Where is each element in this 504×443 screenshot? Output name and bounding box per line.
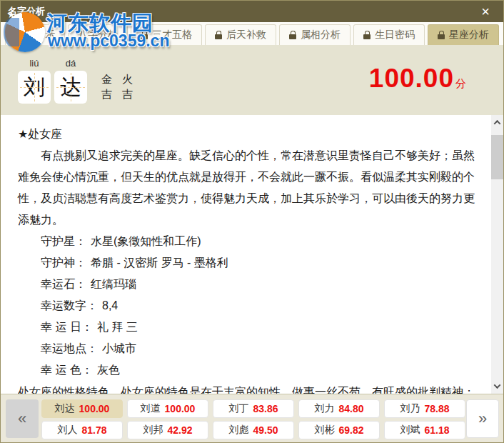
candidate-score: 49.50 (253, 424, 278, 436)
tab-label: 生日密码 (375, 29, 415, 41)
name-candidate-button[interactable]: 刘乃 78.88 (384, 399, 465, 418)
detail-line: 幸运石：红缟玛瑙 (41, 274, 475, 295)
tab-xingzuo-fenxi[interactable]: 星座分析 (428, 24, 499, 45)
zodiac-details: 守护星：水星(象徵知性和工作) 守护神：希腊 - 汉密斯 罗马 - 墨格利 幸运… (41, 231, 475, 381)
lock-icon (141, 34, 148, 39)
scrollbar-thumb[interactable] (491, 135, 503, 179)
name-candidate-button[interactable]: 刘邦 42.92 (127, 421, 208, 439)
scroll-up-icon[interactable] (491, 116, 503, 129)
name-analysis-window: 名字分析 × 综合提示 八字分析 三才五格 后天补救 属相分析 生日密码 星座分… (0, 0, 504, 443)
scrollbar[interactable] (491, 115, 503, 394)
lock-icon (215, 34, 222, 39)
tab-label: 三才五格 (152, 29, 192, 41)
five-elements: 金 吉 火 吉 (101, 74, 133, 115)
candidate-name: 刘邦 (143, 424, 163, 437)
pinyin-label: liú (29, 56, 39, 71)
candidate-name: 刘斌 (400, 424, 420, 437)
candidate-score: 61.18 (424, 424, 449, 436)
tab-shengri-mima[interactable]: 生日密码 (353, 24, 425, 45)
detail-line: 幸运数字：8,4 (41, 295, 475, 317)
detail-label: 幸 运 色： (41, 364, 93, 376)
window-title: 名字分析 (8, 5, 45, 18)
element-col: 金 吉 (101, 74, 112, 115)
total-score: 100.00 (369, 64, 454, 94)
candidate-score: 69.82 (338, 424, 363, 436)
name-characters: liú 刘 dá 达 (18, 56, 87, 115)
name-candidates-bar: « 刘达 100.00 刘道 100.00 刘丁 83.86 刘力 84.80 … (1, 394, 503, 442)
detail-label: 幸运数字： (41, 299, 98, 312)
detail-label: 幸运地点： (41, 342, 98, 354)
character-box: 刘 (18, 71, 51, 104)
tab-shuxiang-fenxi[interactable]: 属相分析 (279, 24, 351, 45)
char-col: liú 刘 (18, 56, 51, 115)
name-panel: liú 刘 dá 达 金 吉 火 吉 100.00 (1, 45, 503, 115)
character: 刘 (24, 73, 45, 102)
element-col: 火 吉 (122, 74, 133, 115)
score-unit: 分 (455, 77, 466, 91)
element-name: 金 (101, 74, 112, 85)
tab-bar: 综合提示 八字分析 三才五格 后天补救 属相分析 生日密码 星座分析 (1, 22, 503, 45)
character: 达 (60, 73, 81, 102)
analysis-content: ★处女座 有点挑剔又追求完美的星座。缺乏信心的个性，常在潜意识里责怪自己不够美好… (1, 115, 503, 394)
detail-value: 水星(象徵知性和工作) (91, 235, 201, 247)
close-icon[interactable]: × (473, 1, 498, 22)
detail-line: 幸 运 日：礼 拜 三 (41, 317, 475, 338)
tab-bazi-fenxi[interactable]: 八字分析 (68, 24, 128, 45)
candidate-name: 刘道 (141, 402, 161, 415)
clipped-next-section: 处女座的性格特色 处女座的特色是在于丰富的知性，做事一丝不苟，有旺盛的批判精神； (18, 382, 482, 394)
name-candidate-button[interactable]: 刘人 81.78 (41, 421, 123, 439)
detail-line: 幸运地点：小城市 (41, 338, 475, 359)
tab-houtian-bujiu[interactable]: 后天补救 (205, 24, 276, 45)
tab-label: 八字分析 (78, 29, 118, 41)
pinyin-label: dá (66, 56, 76, 71)
tab-label: 后天补救 (226, 29, 266, 41)
detail-line: 守护星：水星(象徵知性和工作) (41, 231, 475, 252)
candidate-name: 刘彪 (228, 424, 248, 437)
tab-label: 星座分析 (449, 29, 489, 41)
tab-label: 综合提示 (15, 29, 55, 41)
name-candidate-button[interactable]: 刘丁 83.86 (213, 399, 294, 418)
titlebar: 名字分析 × (1, 1, 503, 22)
name-candidate-button[interactable]: 刘斌 61.18 (384, 421, 465, 439)
detail-line: 幸 运 色：灰色 (41, 359, 475, 381)
name-candidate-button[interactable]: 刘力 84.80 (298, 399, 380, 418)
name-candidate-button[interactable]: 刘道 100.00 (127, 399, 208, 418)
detail-value: 8,4 (102, 299, 118, 312)
zodiac-heading: ★处女座 (18, 124, 475, 145)
candidate-name: 刘人 (57, 424, 77, 437)
detail-label: 幸运石： (41, 278, 86, 290)
candidate-score: 100.00 (79, 403, 110, 414)
chevron-down-icon (494, 382, 501, 389)
name-candidate-button[interactable]: 刘彪 49.50 (213, 421, 294, 439)
lock-icon (289, 34, 296, 39)
candidate-score: 100.00 (165, 403, 196, 414)
detail-label: 守护神： (41, 257, 86, 269)
element-luck: 吉 (122, 89, 133, 100)
tab-zonghe-tishi[interactable]: 综合提示 (5, 24, 65, 45)
name-candidate-button[interactable]: 刘达 100.00 (41, 399, 123, 418)
detail-value: 小城市 (102, 342, 136, 354)
scroll-down-icon[interactable] (491, 380, 503, 392)
detail-value: 红缟玛瑙 (91, 278, 136, 290)
lock-icon (363, 34, 371, 39)
tab-sancai-wuge[interactable]: 三才五格 (131, 24, 202, 45)
candidate-name: 刘丁 (228, 402, 248, 415)
score-box: 100.00 分 (369, 64, 466, 115)
candidate-score: 84.80 (338, 403, 363, 414)
detail-label: 幸 运 日： (41, 321, 93, 333)
candidate-name: 刘力 (314, 402, 334, 415)
tab-label: 属相分析 (301, 29, 341, 41)
detail-label: 守护星： (41, 235, 86, 247)
detail-value: 灰色 (97, 364, 120, 376)
next-page-button[interactable]: » (466, 399, 499, 438)
candidate-name: 刘彬 (314, 424, 334, 437)
prev-page-button[interactable]: « (6, 399, 39, 438)
candidate-name: 刘乃 (400, 402, 420, 415)
zodiac-paragraph: 有点挑剔又追求完美的星座。缺乏信心的个性，常在潜意识里责怪自己不够美好；虽然难免… (18, 145, 475, 231)
char-col: dá 达 (54, 56, 87, 115)
candidate-name: 刘达 (55, 402, 75, 415)
character-box: 达 (54, 71, 87, 104)
name-candidate-button[interactable]: 刘彬 69.82 (298, 421, 380, 439)
element-luck: 吉 (101, 89, 112, 100)
candidate-score: 42.92 (167, 424, 192, 436)
